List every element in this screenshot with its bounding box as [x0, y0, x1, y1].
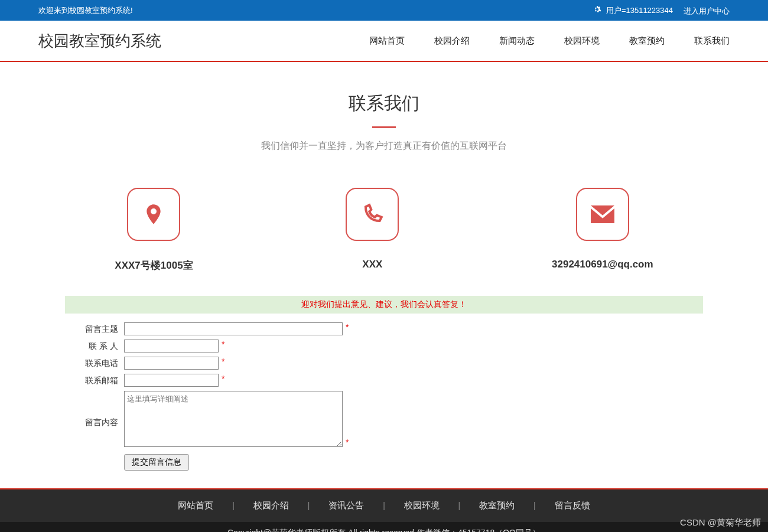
- email-text: 3292410691@qq.com: [552, 259, 653, 270]
- footer-home[interactable]: 网站首页: [178, 500, 213, 510]
- label-email: 联系邮箱: [65, 374, 124, 386]
- phone-icon: [346, 188, 399, 241]
- submit-button[interactable]: 提交留言信息: [124, 454, 189, 471]
- name-input[interactable]: [124, 340, 219, 353]
- page-title: 联系我们: [38, 92, 730, 116]
- required-mark: *: [346, 322, 349, 332]
- copyright: Copyright@黄菊华老师版权所有 All rights reserved …: [0, 522, 768, 532]
- phone-input[interactable]: [124, 357, 219, 370]
- nav-env[interactable]: 校园环境: [564, 35, 600, 47]
- form-notice: 迎对我们提出意见、建议，我们会认真答复！: [65, 296, 703, 314]
- email-input[interactable]: [124, 374, 219, 387]
- footer-env[interactable]: 校园环境: [404, 500, 440, 510]
- required-mark: *: [222, 357, 224, 366]
- page-subtitle: 我们信仰并一直坚持，为客户打造真正有价值的互联网平台: [38, 140, 730, 152]
- content-textarea[interactable]: [124, 391, 343, 447]
- site-logo: 校园教室预约系统: [38, 31, 161, 51]
- mail-icon: [576, 188, 629, 241]
- user-center-link[interactable]: 进入用户中心: [684, 1, 730, 21]
- contact-phone: XXX: [346, 188, 399, 272]
- contact-cards: XXX7号楼1005室 XXX 3292410691@qq.com: [38, 188, 730, 272]
- main-nav: 网站首页 校园介绍 新闻动态 校园环境 教室预约 联系我们: [369, 35, 730, 47]
- required-mark: *: [222, 374, 224, 383]
- label-subject: 留言主题: [65, 322, 124, 335]
- nav-contact[interactable]: 联系我们: [694, 35, 730, 47]
- gear-icon: [593, 1, 601, 21]
- header: 校园教室预约系统 网站首页 校园介绍 新闻动态 校园环境 教室预约 联系我们: [0, 21, 768, 62]
- title-underline: [372, 126, 396, 128]
- label-content: 留言内容: [65, 391, 124, 428]
- subject-input[interactable]: [124, 322, 343, 335]
- nav-booking[interactable]: 教室预约: [629, 35, 665, 47]
- footer-news[interactable]: 资讯公告: [328, 500, 364, 510]
- contact-email: 3292410691@qq.com: [552, 188, 653, 272]
- required-mark: *: [346, 438, 349, 447]
- nav-home[interactable]: 网站首页: [369, 35, 405, 47]
- page-title-block: 联系我们 我们信仰并一直坚持，为客户打造真正有价值的互联网平台: [38, 62, 730, 170]
- nav-intro[interactable]: 校园介绍: [434, 35, 470, 47]
- footer-booking[interactable]: 教室预约: [479, 500, 515, 510]
- watermark: CSDN @黄菊华老师: [680, 517, 761, 528]
- address-text: XXX7号楼1005室: [115, 259, 193, 272]
- footer-feedback[interactable]: 留言反馈: [555, 500, 590, 510]
- label-name: 联 系 人: [65, 340, 124, 352]
- contact-address: XXX7号楼1005室: [115, 188, 193, 272]
- footer: 网站首页 | 校园介绍 | 资讯公告 | 校园环境 | 教室预约 | 留言反馈 …: [0, 488, 768, 532]
- nav-news[interactable]: 新闻动态: [499, 35, 535, 47]
- message-form: 留言主题 * 联 系 人 * 联系电话 * 联系邮箱 * 留言内容 * 提交留言…: [38, 319, 730, 482]
- phone-text: XXX: [346, 259, 399, 270]
- required-mark: *: [222, 340, 224, 349]
- footer-links: 网站首页 | 校园介绍 | 资讯公告 | 校园环境 | 教室预约 | 留言反馈: [0, 489, 768, 522]
- top-bar: 欢迎来到校园教室预约系统! 用户=13511223344 进入用户中心: [0, 0, 768, 21]
- footer-intro[interactable]: 校园介绍: [253, 500, 289, 510]
- welcome-text: 欢迎来到校园教室预约系统!: [38, 0, 133, 21]
- user-link[interactable]: 用户=13511223344: [593, 0, 673, 21]
- label-phone: 联系电话: [65, 357, 124, 369]
- location-icon: [127, 188, 180, 241]
